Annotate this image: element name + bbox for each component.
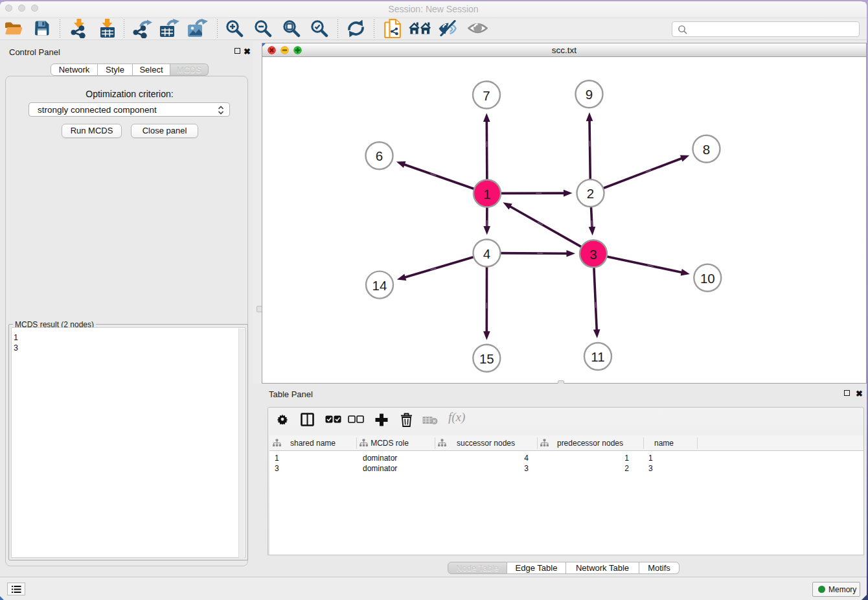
svg-text:15: 15 [479,351,494,366]
svg-text:4: 4 [483,246,490,261]
svg-text:9: 9 [586,87,593,102]
svg-text:11: 11 [591,349,604,364]
svg-text:8: 8 [703,142,710,157]
svg-text:1: 1 [483,187,490,202]
svg-text:10: 10 [700,271,715,286]
svg-text:3: 3 [589,247,597,262]
svg-text:6: 6 [376,148,383,163]
svg-text:14: 14 [372,278,387,293]
svg-text:7: 7 [483,88,490,103]
svg-text:2: 2 [587,186,594,201]
